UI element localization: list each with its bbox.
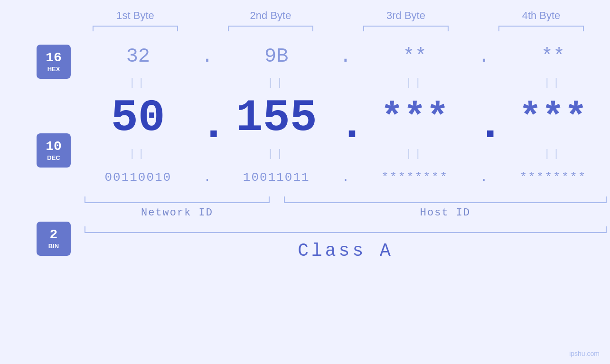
dec-val-2: 155 bbox=[231, 96, 321, 141]
bin-val-3: ******** bbox=[370, 170, 460, 185]
hex-badge-label: HEX bbox=[47, 65, 60, 73]
bin-badge-num: 2 bbox=[50, 228, 58, 242]
bracket-1 bbox=[93, 26, 178, 31]
eq2-2: || bbox=[231, 148, 321, 160]
eq2-1: || bbox=[93, 148, 183, 160]
eq-2: || bbox=[231, 77, 321, 89]
byte-header-2: 2nd Byte bbox=[218, 9, 323, 22]
bin-dot-1: . bbox=[200, 170, 215, 185]
bin-badge: 2 BIN bbox=[37, 222, 71, 256]
host-id-label: Host ID bbox=[284, 207, 607, 219]
hex-val-2: 9B bbox=[231, 45, 321, 68]
class-label: Class A bbox=[84, 241, 607, 261]
bracket-4 bbox=[498, 26, 584, 31]
dec-val-4: *** bbox=[508, 99, 598, 137]
host-id-bracket bbox=[284, 196, 607, 203]
dec-val-3: *** bbox=[370, 99, 460, 137]
bracket-3 bbox=[363, 26, 449, 31]
bin-dot-2: . bbox=[338, 170, 353, 185]
dec-val-1: 50 bbox=[93, 96, 183, 141]
network-id-label: Network ID bbox=[84, 207, 270, 219]
dec-badge: 10 DEC bbox=[37, 133, 71, 168]
hex-badge: 16 HEX bbox=[37, 45, 71, 79]
dec-badge-label: DEC bbox=[47, 154, 60, 161]
bin-val-4: ******** bbox=[508, 170, 598, 185]
watermark: ipshu.com bbox=[569, 350, 600, 357]
bracket-2 bbox=[228, 26, 313, 31]
hex-val-3: ** bbox=[370, 45, 460, 68]
eq2-4: || bbox=[508, 148, 598, 160]
bin-val-2: 10011011 bbox=[231, 170, 321, 185]
network-id-bracket bbox=[84, 196, 270, 203]
hex-dot-1: . bbox=[200, 45, 215, 68]
eq2-3: || bbox=[370, 148, 460, 160]
eq-4: || bbox=[508, 77, 598, 89]
hex-dot-3: . bbox=[477, 45, 491, 68]
byte-header-1: 1st Byte bbox=[83, 9, 188, 22]
byte-header-3: 3rd Byte bbox=[354, 9, 458, 22]
hex-badge-num: 16 bbox=[46, 51, 62, 65]
hex-val-4: ** bbox=[508, 45, 598, 68]
hex-dot-2: . bbox=[338, 45, 353, 68]
eq-1: || bbox=[93, 77, 183, 89]
byte-header-4: 4th Byte bbox=[489, 9, 593, 22]
bin-badge-label: BIN bbox=[48, 243, 59, 250]
bin-val-1: 00110010 bbox=[93, 170, 183, 185]
main-container: 1st Byte 2nd Byte 3rd Byte 4th Byte 16 H… bbox=[0, 0, 610, 364]
eq-3: || bbox=[370, 77, 460, 89]
dec-badge-num: 10 bbox=[46, 140, 62, 153]
bin-dot-3: . bbox=[477, 170, 491, 185]
hex-val-1: 32 bbox=[93, 45, 183, 68]
